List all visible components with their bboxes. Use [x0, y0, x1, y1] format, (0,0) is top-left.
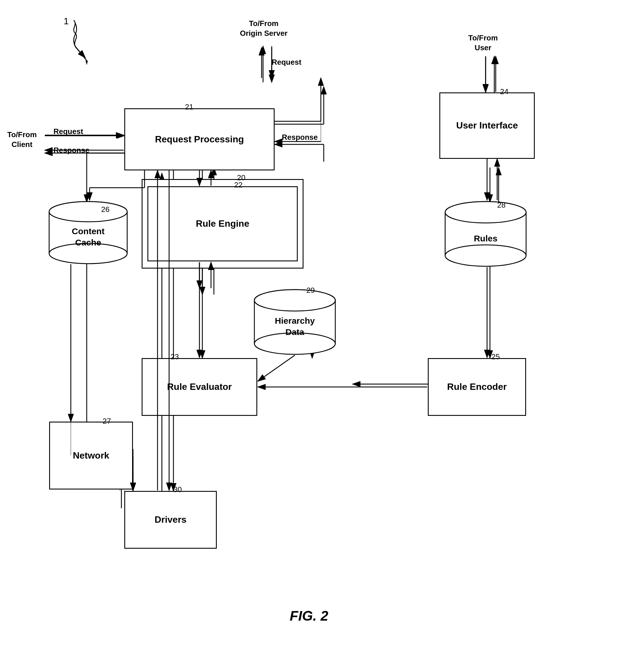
svg-point-37 [49, 201, 127, 222]
ref-30: 30 [174, 485, 182, 494]
ref-22: 22 [234, 180, 242, 189]
svg-point-43 [254, 290, 335, 311]
content-cache-cylinder: ContentCache [46, 201, 130, 264]
rule-engine-box: Rule Engine [147, 186, 298, 261]
figure-caption: FIG. 2 [0, 608, 618, 624]
response-left-label: Response [54, 146, 89, 155]
ref-29: 29 [306, 286, 315, 295]
ref-number-1: 1 [64, 16, 69, 27]
ref-21: 21 [185, 103, 193, 112]
ref-28: 28 [497, 201, 506, 210]
svg-point-48 [445, 245, 526, 266]
drivers-box: Drivers [124, 491, 217, 549]
svg-point-49 [445, 201, 526, 223]
to-from-user-label: To/FromUser [468, 33, 498, 53]
request-right-label: Request [54, 127, 83, 136]
hierarchy-data-cylinder: HierarchyData [251, 289, 338, 355]
request-origin-label: Request [272, 58, 302, 67]
to-from-client-label: To/FromClient [7, 130, 37, 150]
user-interface-box: User Interface [439, 93, 535, 159]
rule-encoder-box: Rule Encoder [428, 358, 526, 416]
ref-26: 26 [101, 205, 110, 214]
svg-line-67 [258, 355, 295, 381]
ref-27: 27 [103, 417, 111, 426]
ref-23: 23 [171, 352, 179, 361]
rule-evaluator-box: Rule Evaluator [142, 358, 257, 416]
ref-25: 25 [491, 352, 500, 361]
request-processing-box: Request Processing [124, 108, 275, 170]
response-right-label: Response [282, 133, 318, 142]
network-box: Network [49, 422, 133, 490]
svg-marker-2 [86, 60, 88, 65]
to-from-origin-label: To/FromOrigin Server [240, 19, 288, 38]
ref-24: 24 [500, 87, 508, 96]
rules-cylinder: Rules [442, 201, 529, 267]
